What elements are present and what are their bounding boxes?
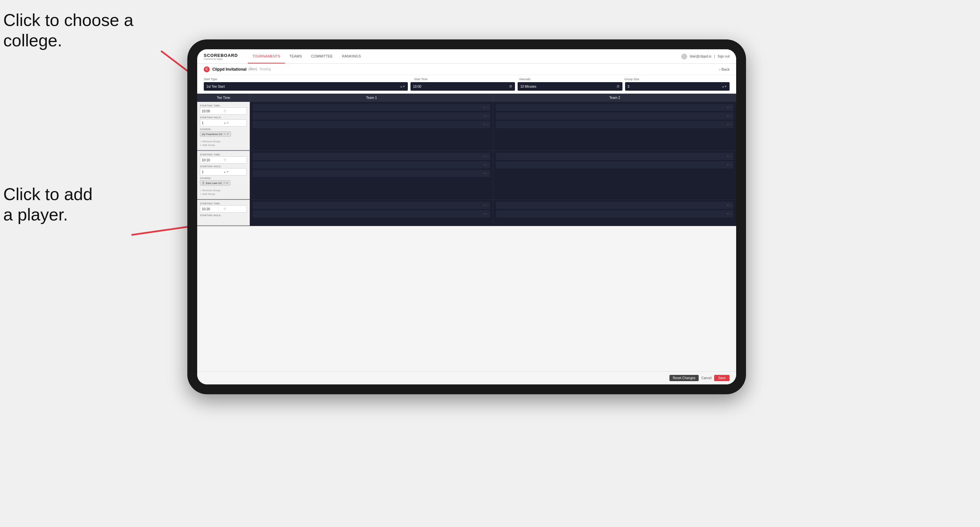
nav-bar: SCOREBOARD Powered by clippd TOURNAMENTS…	[197, 49, 736, 64]
team1-col-2: ✕ ○ ✕ ○ ✕ ○	[250, 151, 493, 200]
logo-sub: Powered by clippd	[204, 58, 238, 60]
remove-group-btn-1[interactable]: ○Remove Group	[200, 140, 247, 143]
team2-col-3: ✕ ○ ✕ ○	[493, 200, 736, 226]
tablet-screen: SCOREBOARD Powered by clippd TOURNAMENTS…	[197, 49, 736, 384]
intervals-select[interactable]: 10 Minutes ⏱	[518, 82, 622, 90]
group-section-3: STARTING TIME: 10:20⏱ STARTING HOLE: ✕ ○	[197, 200, 736, 226]
nav-tab-committee[interactable]: COMMITTEE	[307, 49, 337, 63]
starting-time-label-2: STARTING TIME:	[200, 154, 247, 156]
nav-right: blair@clippd.io | Sign out	[681, 54, 730, 59]
player-slot-3-1[interactable]: ✕ ○	[253, 153, 490, 160]
starting-time-label-1: STARTING TIME:	[200, 105, 247, 107]
course-label-1: COURSE:	[200, 128, 247, 130]
course-label-2: COURSE:	[200, 177, 247, 179]
group-size-select[interactable]: 3 ▲▼	[625, 82, 730, 90]
group-left-3: STARTING TIME: 10:20⏱ STARTING HOLE:	[197, 200, 250, 226]
sub-header: C Clippd Invitational (Men) Hosting ‹ Ba…	[197, 64, 736, 75]
starting-hole-label-1: STARTING HOLE:	[200, 116, 247, 119]
group-left-1: STARTING TIME: 10:00⏱ STARTING HOLE: 1▲▼…	[197, 102, 250, 151]
player-slot-3-2[interactable]: ✕ ○	[253, 161, 490, 168]
cancel-button[interactable]: Cancel	[701, 376, 711, 380]
player-slot-1-1[interactable]: ✕ ○	[253, 104, 490, 111]
user-email: blair@clippd.io	[690, 54, 711, 58]
avatar	[681, 54, 687, 59]
controls-labels: Start Type Start Time Intervals Group Si…	[204, 78, 730, 81]
nav-tabs: TOURNAMENTS TEAMS COMMITTEE RANKINGS	[248, 49, 366, 63]
sign-out-link[interactable]: Sign out	[718, 54, 730, 58]
reset-button[interactable]: Reset Changes	[670, 375, 699, 381]
controls-row: Start Type Start Time Intervals Group Si…	[197, 75, 736, 94]
player-slot-2-2[interactable]: ✕ ○	[496, 113, 733, 120]
team1-col-1: ✕ ○ ✕ ○ ✕ ○	[250, 102, 493, 151]
player-slot-1-3[interactable]: ✕ ○	[253, 121, 490, 128]
player-slot-6-2[interactable]: ✕ ○	[496, 210, 733, 217]
main-content: STARTING TIME: 10:00⏱ STARTING HOLE: 1▲▼…	[197, 102, 736, 371]
annotation-add-player: Click to adda player.	[3, 184, 93, 225]
start-type-label: Start Type	[204, 78, 414, 81]
nav-tab-rankings[interactable]: RANKINGS	[337, 49, 366, 63]
col-team1: Team 1	[250, 94, 493, 102]
player-slot-1-2[interactable]: ✕ ○	[253, 113, 490, 120]
tablet-frame: SCOREBOARD Powered by clippd TOURNAMENTS…	[187, 40, 746, 394]
nav-tab-tournaments[interactable]: TOURNAMENTS	[248, 49, 285, 63]
player-slot-6-1[interactable]: ✕ ○	[496, 202, 733, 209]
team2-col-1: ✕ ○ ✕ ○ ✕ ○	[493, 102, 736, 151]
player-slot-5-2[interactable]: ✕ ○	[253, 210, 490, 217]
table-header: Tee Time Team 1 Team 2	[197, 94, 736, 102]
back-button[interactable]: ‹ Back	[719, 67, 730, 71]
player-slot-2-3[interactable]: ✕ ○	[496, 121, 733, 128]
starting-hole-input-1[interactable]: 1▲▼	[200, 119, 247, 127]
team2-col-2: ✕ ○ ✕ ○	[493, 151, 736, 200]
team1-col-3: ✕ ○ ✕ ○	[250, 200, 493, 226]
controls-inputs: 1st Tee Start ▲▼ 10:00 ⏱ 10 Minutes ⏱ 3 …	[204, 82, 730, 94]
hosting-tag: Hosting	[259, 67, 271, 71]
start-type-select[interactable]: 1st Tee Start ▲▼	[204, 82, 408, 90]
group-right-3: ✕ ○ ✕ ○ ✕ ○ ✕ ○	[250, 200, 736, 226]
group-right-2: ✕ ○ ✕ ○ ✕ ○ ✕ ○	[250, 151, 736, 200]
starting-time-label-3: STARTING TIME:	[200, 202, 247, 205]
pipe: |	[714, 54, 715, 58]
group-right-1: ✕ ○ ✕ ○ ✕ ○ ✕ ○	[250, 102, 736, 151]
player-slot-3-3[interactable]: ✕ ○	[253, 170, 490, 177]
player-slot-2-1[interactable]: ✕ ○	[496, 104, 733, 111]
clippd-logo: C	[204, 67, 210, 72]
start-time-input[interactable]: 10:00 ⏱	[410, 82, 515, 90]
add-group-btn-2[interactable]: +Add Group	[200, 192, 247, 195]
starting-hole-label-2: STARTING HOLE:	[200, 165, 247, 168]
col-team2: Team 2	[493, 94, 736, 102]
intervals-label: Intervals	[519, 78, 624, 81]
annotation-choose-college: Click to choose acollege.	[3, 10, 134, 51]
logo-area: SCOREBOARD Powered by clippd	[204, 53, 238, 60]
starting-hole-label-3: STARTING HOLE:	[200, 214, 247, 216]
starting-time-input-3[interactable]: 10:20⏱	[200, 205, 247, 213]
gender-badge: (Men)	[248, 67, 257, 71]
tournament-title: Clippd Invitational	[212, 67, 247, 71]
group-section-2: STARTING TIME: 10:10⏱ STARTING HOLE: 1▲▼…	[197, 151, 736, 200]
group-section-1: STARTING TIME: 10:00⏱ STARTING HOLE: 1▲▼…	[197, 102, 736, 151]
col-tee: Tee Time	[197, 94, 250, 102]
starting-hole-input-2[interactable]: 1▲▼	[200, 168, 247, 175]
logo-text: SCOREBOARD	[204, 53, 238, 58]
nav-tab-teams[interactable]: TEAMS	[285, 49, 307, 63]
add-group-btn-1[interactable]: +Add Group	[200, 144, 247, 146]
player-slot-4-1[interactable]: ✕ ○	[496, 153, 733, 160]
starting-time-input-2[interactable]: 10:10⏱	[200, 156, 247, 163]
course-tag-1[interactable]: (A) Peachtree GC×▼	[200, 132, 231, 137]
remove-group-btn-2[interactable]: ○Remove Group	[200, 189, 247, 192]
starting-time-input-1[interactable]: 10:00⏱	[200, 108, 247, 115]
save-button[interactable]: Save	[714, 375, 730, 381]
footer-bar: Reset Changes Cancel Save	[197, 371, 736, 384]
player-slot-5-1[interactable]: ✕ ○	[253, 202, 490, 209]
group-size-label: Group Size	[624, 78, 730, 81]
group-left-2: STARTING TIME: 10:10⏱ STARTING HOLE: 1▲▼…	[197, 151, 250, 200]
player-slot-4-2[interactable]: ✕ ○	[496, 161, 733, 168]
course-tag-2[interactable]: 🏌 East Lake GC×▼	[200, 180, 231, 186]
start-time-label: Start Time	[414, 78, 519, 81]
